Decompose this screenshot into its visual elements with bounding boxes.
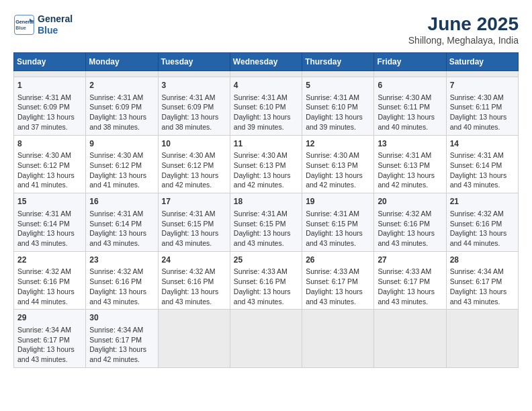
day-number: 23 (89, 255, 154, 266)
day-number: 27 (378, 255, 442, 266)
calendar-cell (374, 71, 446, 77)
calendar-cell: 28 Sunrise: 4:34 AM Sunset: 6:17 PM Dayl… (446, 251, 518, 310)
day-number: 13 (378, 138, 442, 150)
month-year: June 2025 (408, 13, 519, 35)
day-number: 2 (89, 80, 154, 91)
sunrise-label: Sunrise: 4:31 AM (17, 210, 71, 218)
sunrise-label: Sunrise: 4:32 AM (89, 267, 143, 275)
calendar-cell: 19 Sunrise: 4:31 AM Sunset: 6:15 PM Dayl… (302, 193, 374, 252)
daylight-label: Daylight: 13 hours and 43 minutes. (378, 229, 435, 247)
daylight-label: Daylight: 13 hours and 40 minutes. (450, 113, 507, 131)
calendar-week-5: 29 Sunrise: 4:34 AM Sunset: 6:17 PM Dayl… (14, 310, 519, 368)
daylight-label: Daylight: 13 hours and 43 minutes. (89, 287, 146, 306)
sunset-label: Sunset: 6:16 PM (234, 277, 286, 285)
calendar-cell: 15 Sunrise: 4:31 AM Sunset: 6:14 PM Dayl… (14, 193, 86, 252)
calendar-cell: 5 Sunrise: 4:31 AM Sunset: 6:10 PM Dayli… (302, 77, 374, 136)
sunset-label: Sunset: 6:13 PM (306, 161, 358, 169)
calendar-cell: 6 Sunrise: 4:30 AM Sunset: 6:11 PM Dayli… (374, 77, 446, 136)
sunset-label: Sunset: 6:13 PM (378, 161, 430, 169)
sunrise-label: Sunrise: 4:32 AM (378, 210, 431, 218)
day-number: 3 (162, 80, 226, 91)
col-sunday: Sunday (14, 53, 86, 71)
day-number: 1 (17, 80, 82, 91)
calendar-cell (14, 71, 86, 77)
sunset-label: Sunset: 6:17 PM (89, 336, 142, 344)
daylight-label: Daylight: 13 hours and 43 minutes. (234, 287, 291, 306)
calendar-cell: 8 Sunrise: 4:30 AM Sunset: 6:12 PM Dayli… (14, 135, 86, 193)
sunrise-label: Sunrise: 4:30 AM (162, 151, 216, 159)
calendar-cell: 4 Sunrise: 4:31 AM Sunset: 6:10 PM Dayli… (230, 77, 302, 136)
sunset-label: Sunset: 6:15 PM (234, 220, 286, 228)
daylight-label: Daylight: 13 hours and 43 minutes. (378, 287, 435, 306)
calendar-cell: 7 Sunrise: 4:30 AM Sunset: 6:11 PM Dayli… (446, 77, 518, 136)
daylight-label: Daylight: 13 hours and 42 minutes. (162, 171, 219, 189)
daylight-label: Daylight: 13 hours and 39 minutes. (234, 113, 291, 131)
calendar-cell (302, 71, 374, 77)
sunrise-label: Sunrise: 4:31 AM (234, 93, 287, 101)
day-number: 4 (234, 80, 298, 91)
day-number: 14 (450, 138, 515, 150)
day-number: 15 (17, 196, 82, 208)
day-number: 25 (234, 255, 298, 266)
calendar-cell: 14 Sunrise: 4:31 AM Sunset: 6:14 PM Dayl… (446, 135, 518, 193)
daylight-label: Daylight: 13 hours and 43 minutes. (306, 229, 363, 247)
day-number: 19 (306, 196, 370, 208)
sunset-label: Sunset: 6:14 PM (89, 220, 142, 228)
sunrise-label: Sunrise: 4:32 AM (450, 210, 504, 218)
sunset-label: Sunset: 6:16 PM (450, 220, 502, 228)
calendar-cell (230, 310, 302, 368)
sunset-label: Sunset: 6:12 PM (89, 161, 142, 169)
calendar-cell: 21 Sunrise: 4:32 AM Sunset: 6:16 PM Dayl… (446, 193, 518, 252)
calendar-cell: 25 Sunrise: 4:33 AM Sunset: 6:16 PM Dayl… (230, 251, 302, 310)
sunset-label: Sunset: 6:16 PM (162, 277, 214, 285)
calendar-cell: 3 Sunrise: 4:31 AM Sunset: 6:09 PM Dayli… (158, 77, 230, 136)
sunrise-label: Sunrise: 4:32 AM (17, 267, 71, 275)
calendar-cell (86, 71, 158, 77)
day-number: 18 (234, 196, 298, 208)
calendar-cell (302, 310, 374, 368)
location: Shillong, Meghalaya, India (408, 35, 519, 46)
day-number: 9 (89, 138, 154, 150)
col-monday: Monday (86, 53, 158, 71)
sunset-label: Sunset: 6:10 PM (234, 103, 286, 111)
sunset-label: Sunset: 6:16 PM (378, 220, 430, 228)
sunrise-label: Sunrise: 4:31 AM (234, 210, 287, 218)
calendar-cell: 16 Sunrise: 4:31 AM Sunset: 6:14 PM Dayl… (86, 193, 158, 252)
sunrise-label: Sunrise: 4:30 AM (378, 93, 431, 101)
daylight-label: Daylight: 13 hours and 43 minutes. (162, 229, 219, 247)
daylight-label: Daylight: 13 hours and 42 minutes. (234, 171, 291, 189)
sunset-label: Sunset: 6:10 PM (306, 103, 358, 111)
day-number: 24 (162, 255, 226, 266)
day-number: 10 (162, 138, 226, 150)
sunset-label: Sunset: 6:17 PM (17, 336, 70, 344)
sunrise-label: Sunrise: 4:31 AM (89, 210, 143, 218)
sunrise-label: Sunrise: 4:30 AM (450, 93, 504, 101)
sunrise-label: Sunrise: 4:32 AM (162, 267, 216, 275)
day-number: 7 (450, 80, 515, 91)
daylight-label: Daylight: 13 hours and 44 minutes. (17, 287, 75, 306)
sunrise-label: Sunrise: 4:31 AM (306, 210, 359, 218)
day-number: 17 (162, 196, 226, 208)
daylight-label: Daylight: 13 hours and 42 minutes. (89, 345, 146, 363)
daylight-label: Daylight: 13 hours and 43 minutes. (162, 287, 219, 306)
calendar-week-2: 8 Sunrise: 4:30 AM Sunset: 6:12 PM Dayli… (14, 135, 519, 193)
calendar-cell (230, 71, 302, 77)
sunset-label: Sunset: 6:15 PM (162, 220, 214, 228)
sunrise-label: Sunrise: 4:31 AM (89, 93, 143, 101)
sunset-label: Sunset: 6:17 PM (450, 277, 502, 285)
calendar-cell: 20 Sunrise: 4:32 AM Sunset: 6:16 PM Dayl… (374, 193, 446, 252)
daylight-label: Daylight: 13 hours and 41 minutes. (89, 171, 146, 189)
sunset-label: Sunset: 6:11 PM (450, 103, 502, 111)
page-header: General Blue General Blue June 2025 Shil… (13, 13, 519, 46)
day-number: 8 (17, 138, 82, 150)
day-number: 29 (17, 312, 82, 324)
calendar-cell (158, 310, 230, 368)
day-number: 22 (17, 255, 82, 266)
sunset-label: Sunset: 6:17 PM (378, 277, 430, 285)
calendar-cell: 18 Sunrise: 4:31 AM Sunset: 6:15 PM Dayl… (230, 193, 302, 252)
calendar-cell: 23 Sunrise: 4:32 AM Sunset: 6:16 PM Dayl… (86, 251, 158, 310)
calendar-cell (446, 71, 518, 77)
col-friday: Friday (374, 53, 446, 71)
sunset-label: Sunset: 6:13 PM (234, 161, 286, 169)
sunrise-label: Sunrise: 4:31 AM (162, 210, 216, 218)
